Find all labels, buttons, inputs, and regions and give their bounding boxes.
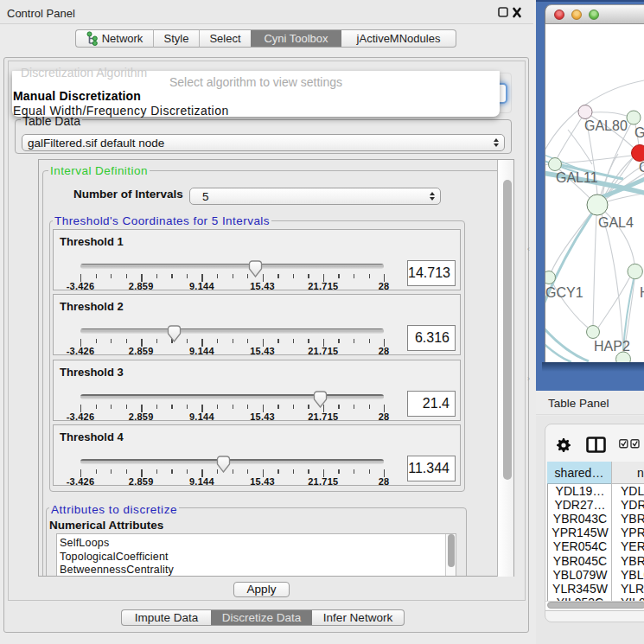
svg-text:HAP2: HAP2 [594,339,630,354]
svg-text:GAL4: GAL4 [598,215,634,230]
svg-text:GAL: GAL [634,125,644,140]
svg-text:GAL11: GAL11 [556,170,598,185]
svg-text:GAL80: GAL80 [584,118,628,133]
svg-text:GCY1: GCY1 [545,285,583,300]
svg-text:HI: HI [640,285,644,300]
svg-text:CR: CR [639,160,644,175]
